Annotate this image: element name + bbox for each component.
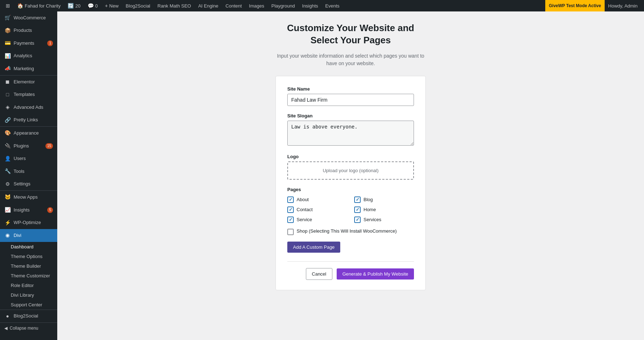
comments-icon: 💬 — [88, 3, 94, 9]
checkbox-shop[interactable] — [287, 229, 294, 235]
elementor-icon: ◼ — [4, 78, 11, 86]
divi-sub-theme-customizer[interactable]: Theme Customizer — [0, 271, 57, 281]
logo-upload-button[interactable]: Upload your logo (optional) — [287, 161, 414, 180]
checkmark-about: ✓ — [289, 197, 293, 202]
admin-bar-comments[interactable]: 💬 0 — [85, 0, 101, 11]
pages-section: Pages ✓ About ✓ Blog — [287, 187, 414, 235]
insights-bar-label: Insights — [302, 3, 318, 9]
sidebar-label-users: Users — [14, 155, 53, 162]
checkbox-about[interactable]: ✓ — [287, 196, 294, 203]
sidebar-item-templates[interactable]: □ Templates — [0, 88, 57, 101]
divi-sub-theme-builder[interactable]: Theme Builder — [0, 261, 57, 271]
events-label: Events — [325, 3, 340, 9]
new-label: New — [109, 3, 118, 9]
sidebar-label-products: Products — [14, 27, 53, 34]
checkbox-contact[interactable]: ✓ — [287, 207, 294, 213]
sidebar-section-1: ◼ Elementor □ Templates ◈ Advanced Ads 🔗… — [0, 75, 57, 126]
sidebar-item-appearance[interactable]: 🎨 Appearance — [0, 127, 57, 140]
page-label-blog: Blog — [364, 197, 373, 202]
admin-bar-insights[interactable]: Insights — [299, 0, 321, 11]
givewp-badge[interactable]: GiveWP Test Mode Active — [545, 0, 605, 11]
site-slogan-input[interactable]: Law is above everyone. — [287, 121, 414, 146]
sidebar-label-elementor: Elementor — [14, 79, 53, 85]
checkmark-home: ✓ — [356, 207, 360, 212]
checkmark-blog: ✓ — [356, 197, 360, 202]
sidebar-item-divi[interactable]: ◉ Divi — [0, 229, 57, 242]
divi-sub-dashboard[interactable]: Dashboard — [0, 242, 57, 252]
checkbox-blog[interactable]: ✓ — [354, 196, 361, 203]
sidebar-item-marketing[interactable]: 📣 Marketing — [0, 62, 57, 75]
admin-bar-events[interactable]: Events — [322, 0, 342, 11]
checkbox-service[interactable]: ✓ — [287, 217, 294, 223]
playground-label: Playground — [272, 3, 295, 9]
sidebar-section-3: 🐱 Meow Apps 📈 Insights 5 ⚡ WP-Optimize ◉… — [0, 190, 57, 242]
admin-bar-aiengine[interactable]: AI Engine — [195, 0, 221, 11]
sidebar-item-elementor[interactable]: ◼ Elementor — [0, 76, 57, 88]
layout: 🛒 WooCommerce 📦 Products 💳 Payments 1 📊 … — [0, 11, 644, 340]
insights-icon: 📈 — [4, 207, 11, 214]
admin-bar-rankmath[interactable]: Rank Math SEO — [155, 0, 194, 11]
admin-bar-wp-logo[interactable]: ⊞ — [3, 0, 13, 11]
page-check-contact: ✓ Contact — [287, 207, 347, 213]
page-title: Customize Your Website andSelect Your Pa… — [287, 22, 414, 47]
appearance-icon: 🎨 — [4, 130, 11, 137]
page-label-about: About — [297, 197, 309, 202]
admin-bar-images[interactable]: Images — [246, 0, 267, 11]
divi-sub-divi-library[interactable]: Divi Library — [0, 290, 57, 300]
page-check-shop: Shop (Selecting This Will Install WooCom… — [287, 228, 414, 235]
checkbox-home[interactable]: ✓ — [354, 207, 361, 213]
generate-publish-button[interactable]: Generate & Publish My Website — [337, 268, 414, 280]
sidebar-section-2: 🎨 Appearance 🔌 Plugins 15 👤 Users 🔧 Tool… — [0, 126, 57, 190]
sidebar-item-settings[interactable]: ⚙ Settings — [0, 178, 57, 191]
sidebar-label-advanced-ads: Advanced Ads — [14, 104, 53, 111]
aiengine-label: AI Engine — [198, 3, 218, 9]
sidebar-item-payments[interactable]: 💳 Payments 1 — [0, 37, 57, 50]
site-name-input[interactable] — [287, 94, 414, 106]
woocommerce-icon: 🛒 — [4, 14, 11, 21]
admin-bar-content[interactable]: Content — [223, 0, 245, 11]
checkmark-service: ✓ — [289, 217, 293, 222]
sidebar-label-meow-apps: Meow Apps — [14, 194, 53, 200]
admin-bar-new[interactable]: + New — [102, 0, 121, 11]
sidebar-item-products[interactable]: 📦 Products — [0, 24, 57, 37]
payments-icon: 💳 — [4, 40, 11, 47]
divi-submenu: Dashboard Theme Options Theme Builder Th… — [0, 242, 57, 310]
sidebar-item-blog2social[interactable]: ● Blog2Social — [0, 310, 57, 323]
sidebar-label-payments: Payments — [14, 40, 44, 47]
analytics-icon: 📊 — [4, 53, 11, 60]
sidebar-item-advanced-ads[interactable]: ◈ Advanced Ads — [0, 101, 57, 114]
checkbox-services[interactable]: ✓ — [354, 217, 361, 223]
page-check-about: ✓ About — [287, 196, 347, 203]
cancel-button[interactable]: Cancel — [306, 268, 332, 280]
admin-bar-updates[interactable]: 🔄 20 — [65, 0, 83, 11]
divi-sub-role-editor[interactable]: Role Editor — [0, 281, 57, 290]
admin-bar-playground[interactable]: Playground — [269, 0, 298, 11]
sidebar-label-wp-optimize: WP-Optimize — [14, 219, 53, 226]
tools-icon: 🔧 — [4, 168, 11, 175]
admin-bar-site-name[interactable]: 🏠 Fahad for Charity — [14, 0, 63, 11]
sidebar-label-plugins: Plugins — [14, 143, 43, 149]
sidebar-item-users[interactable]: 👤 Users — [0, 152, 57, 165]
sidebar-item-pretty-links[interactable]: 🔗 Pretty Links — [0, 114, 57, 127]
sidebar-item-plugins[interactable]: 🔌 Plugins 15 — [0, 140, 57, 152]
divi-sub-support-center[interactable]: Support Center — [0, 300, 57, 310]
sidebar-item-wp-optimize[interactable]: ⚡ WP-Optimize — [0, 217, 57, 229]
collapse-menu-button[interactable]: ◀ Collapse menu — [0, 322, 57, 334]
add-custom-page-button[interactable]: Add A Custom Page — [287, 242, 340, 253]
page-check-service: ✓ Service — [287, 217, 347, 223]
sidebar-item-insights[interactable]: 📈 Insights 5 — [0, 204, 57, 217]
blog2social-nav-icon: ● — [4, 313, 11, 320]
customize-card: Site Name Site Slogan Law is above every… — [275, 76, 426, 290]
sidebar-item-meow-apps[interactable]: 🐱 Meow Apps — [0, 191, 57, 204]
sidebar-item-analytics[interactable]: 📊 Analytics — [0, 50, 57, 63]
sidebar-label-woocommerce: WooCommerce — [14, 15, 53, 21]
sidebar-item-tools[interactable]: 🔧 Tools — [0, 165, 57, 178]
collapse-icon: ◀ — [4, 326, 8, 331]
divi-sub-theme-options[interactable]: Theme Options — [0, 252, 57, 261]
admin-bar-blog2social[interactable]: Blog2Social — [123, 0, 153, 11]
sidebar-item-woocommerce[interactable]: 🛒 WooCommerce — [0, 11, 57, 24]
sidebar-label-settings: Settings — [14, 181, 53, 187]
sidebar: 🛒 WooCommerce 📦 Products 💳 Payments 1 📊 … — [0, 11, 57, 340]
checkmark-services: ✓ — [356, 217, 360, 222]
images-label: Images — [249, 3, 264, 9]
